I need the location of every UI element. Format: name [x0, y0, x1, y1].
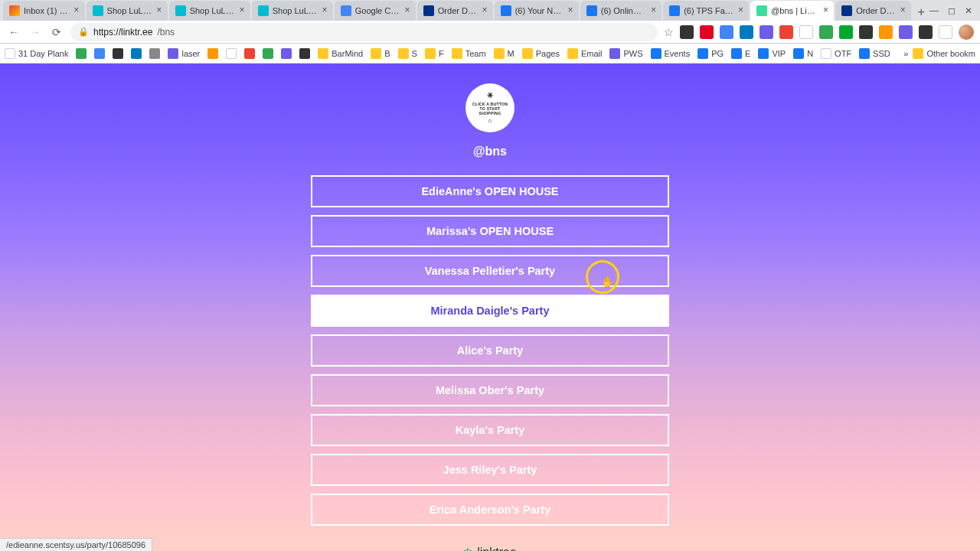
extension-icon[interactable]	[899, 25, 913, 39]
bookmark-favicon-icon	[263, 48, 273, 59]
extension-icon[interactable]	[740, 25, 753, 39]
browser-tab[interactable]: Shop LuLaRoe×	[169, 1, 250, 21]
bookmark-item[interactable]	[244, 48, 255, 59]
bookmark-item[interactable]	[94, 48, 105, 59]
new-tab-button[interactable]: +	[913, 4, 929, 21]
bookmark-folder[interactable]: BarMind	[318, 48, 363, 59]
browser-tab[interactable]: Shop LuLaRoe×	[87, 1, 168, 21]
linktree-link[interactable]: Melissa Ober's Party	[311, 374, 669, 406]
extension-icon[interactable]	[799, 25, 813, 39]
reload-button[interactable]: ⟳	[49, 24, 64, 40]
bookmark-folder[interactable]: Email	[567, 48, 603, 59]
extension-icon[interactable]	[939, 25, 952, 39]
omnibox[interactable]: 🔒 https://linktr.ee/bns	[70, 23, 658, 41]
bookmark-item[interactable]: OTF	[821, 48, 851, 59]
browser-tab[interactable]: Google Calend×	[335, 1, 416, 21]
linktree-link[interactable]: Alice's Party	[311, 334, 669, 367]
maximize-icon[interactable]: ◻	[948, 5, 956, 16]
linktree-link[interactable]: Erica Anderson's Party	[311, 494, 669, 526]
bookmark-folder[interactable]: S	[398, 48, 417, 59]
minimize-icon[interactable]: —	[929, 5, 939, 16]
bookmark-item[interactable]: 31 Day Plank	[5, 48, 68, 59]
tab-close-icon[interactable]: ×	[822, 6, 830, 15]
bookmark-favicon-icon	[609, 48, 620, 59]
browser-tab[interactable]: Shop LuLaRoe×	[252, 1, 333, 21]
tab-favicon-icon	[9, 5, 20, 16]
bag-icon: ⌂	[488, 117, 492, 125]
linktree-link[interactable]: Marissa's OPEN HOUSE	[311, 215, 669, 247]
bookmark-item[interactable]: N	[793, 48, 813, 59]
pinterest-ext-icon[interactable]	[700, 25, 714, 39]
extension-icon[interactable]	[680, 25, 694, 39]
tab-close-icon[interactable]: ×	[73, 6, 80, 15]
bookmark-item[interactable]: VIP	[758, 48, 786, 59]
forward-button[interactable]: →	[28, 24, 43, 40]
extension-icon[interactable]	[760, 25, 773, 39]
bookmark-folder[interactable]: F	[425, 48, 444, 59]
linktree-link[interactable]: Kayla's Party	[311, 414, 669, 446]
linktree-link[interactable]: Jess Riley's Party	[311, 454, 669, 486]
tab-close-icon[interactable]: ×	[481, 6, 488, 15]
bookmark-item[interactable]: Events	[651, 48, 691, 59]
browser-tab[interactable]: Order Details×	[835, 1, 911, 21]
bookmark-favicon-icon	[131, 48, 142, 59]
browser-tab[interactable]: (6) Your Notifica×	[495, 1, 579, 21]
extension-icon[interactable]	[859, 25, 873, 39]
bookmark-item[interactable]	[281, 48, 292, 59]
bookmark-folder[interactable]: Pages	[522, 48, 560, 59]
bookmark-item[interactable]	[131, 48, 142, 59]
linktree-footer[interactable]: ❇ linktree	[463, 546, 517, 551]
bookmark-item[interactable]	[263, 48, 273, 59]
bookmarks-overflow-icon[interactable]: »	[903, 49, 908, 58]
extension-icon[interactable]	[720, 25, 733, 39]
bookmark-star-icon[interactable]: ☆	[664, 26, 674, 38]
bookmark-item[interactable]: laser	[168, 48, 200, 59]
bookmark-item[interactable]	[299, 48, 310, 59]
bookmark-item[interactable]	[149, 48, 160, 59]
extension-icon[interactable]	[819, 25, 833, 39]
bookmark-favicon-icon	[398, 48, 409, 59]
back-button[interactable]: ←	[6, 24, 21, 40]
profile-avatar-icon[interactable]	[959, 24, 974, 40]
bookmark-item[interactable]	[207, 48, 218, 59]
browser-tab[interactable]: Inbox (1) - edie×	[3, 1, 85, 21]
tab-label: Order Details	[856, 6, 895, 15]
browser-tab[interactable]: Order Details×	[417, 1, 493, 21]
tab-label: @bns | Linktree	[771, 6, 818, 15]
tab-close-icon[interactable]: ×	[900, 6, 907, 15]
linktree-link[interactable]: Miranda Daigle's Party	[311, 295, 669, 327]
bookmark-item[interactable]	[113, 48, 123, 59]
extension-icon[interactable]	[879, 25, 893, 39]
browser-tab[interactable]: (6) TPS Family G×	[663, 1, 749, 21]
bookmark-item[interactable]: PWS	[609, 48, 642, 59]
tab-close-icon[interactable]: ×	[567, 6, 574, 15]
lock-icon: 🔒	[78, 27, 89, 37]
tab-close-icon[interactable]: ×	[238, 6, 246, 15]
profile-handle: @bns	[473, 145, 507, 158]
tab-close-icon[interactable]: ×	[321, 6, 328, 15]
tab-close-icon[interactable]: ×	[737, 6, 744, 15]
browser-tab[interactable]: @bns | Linktree×	[750, 1, 834, 21]
bookmark-folder[interactable]: Team	[452, 48, 486, 59]
bookmark-folder[interactable]: M	[494, 48, 514, 59]
bookmark-favicon-icon	[168, 48, 178, 59]
extension-icon[interactable]	[779, 25, 793, 39]
bookmark-item[interactable]: E	[731, 48, 750, 59]
linktree-link[interactable]: EdieAnne's OPEN HOUSE	[311, 175, 669, 207]
extension-icon[interactable]	[919, 25, 933, 39]
bookmark-folder[interactable]: B	[371, 48, 390, 59]
bookmark-item[interactable]	[226, 48, 237, 59]
bee-icon: ✳︎	[487, 91, 493, 100]
linktree-link[interactable]: Vanessa Pelletier's Party	[311, 255, 669, 287]
tab-close-icon[interactable]: ×	[650, 6, 658, 15]
tab-close-icon[interactable]: ×	[155, 6, 163, 15]
tab-close-icon[interactable]: ×	[403, 6, 411, 15]
browser-tab[interactable]: (6) Online Virtu×	[580, 1, 662, 21]
bookmark-item[interactable]	[76, 48, 87, 59]
bookmark-item[interactable]: PG	[697, 48, 724, 59]
bookmark-item[interactable]: SSD	[859, 48, 890, 59]
close-window-icon[interactable]: ✕	[965, 5, 972, 16]
tab-label: Shop LuLaRoe	[107, 6, 152, 15]
extension-icon[interactable]	[839, 25, 853, 39]
bookmark-other[interactable]: Other bookm	[913, 48, 975, 59]
